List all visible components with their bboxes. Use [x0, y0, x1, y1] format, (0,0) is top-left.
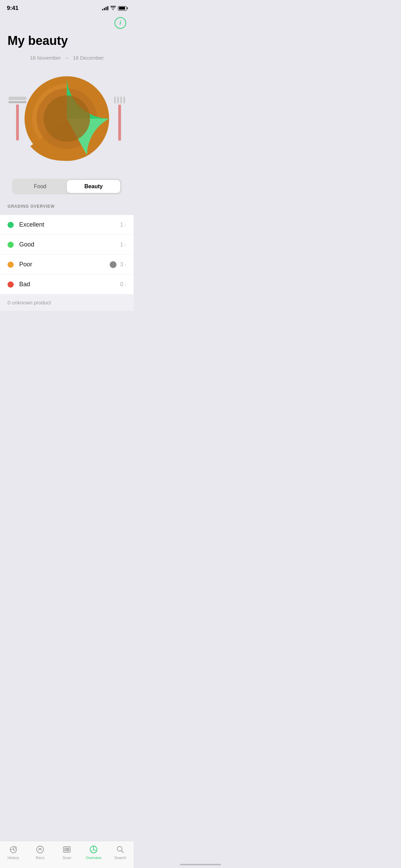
beauty-toggle-button[interactable]: Beauty	[67, 180, 120, 193]
date-start: 18 November	[30, 55, 61, 61]
signal-icon	[102, 6, 108, 10]
info-btn-row: i	[0, 14, 134, 30]
chart-container	[9, 69, 125, 168]
status-bar: 9:41	[0, 0, 134, 14]
chevron-right-icon: ›	[124, 242, 126, 248]
razor-icon	[9, 97, 26, 141]
unknown-product-text: 0 unknown product	[8, 300, 51, 305]
good-label: Good	[19, 241, 120, 248]
grade-item-good[interactable]: Good 1 ›	[0, 235, 134, 255]
chevron-right-icon: ›	[124, 222, 126, 228]
poor-label: Poor	[19, 261, 110, 268]
grade-item-bad[interactable]: Bad 0 ›	[0, 275, 134, 294]
poor-count: 3	[120, 262, 123, 268]
excellent-dot	[8, 222, 14, 228]
chevron-right-icon: ›	[124, 282, 126, 287]
grade-list: Excellent 1 › Good 1 › Poor 3 › Bad 0 ›	[0, 215, 134, 294]
poor-badge	[110, 261, 117, 268]
page-title: My beauty	[0, 30, 134, 55]
bad-label: Bad	[19, 281, 120, 288]
chevron-right-icon: ›	[124, 262, 126, 267]
grade-item-poor[interactable]: Poor 3 ›	[0, 255, 134, 275]
poor-dot	[8, 262, 14, 268]
fork-icon	[114, 97, 125, 141]
battery-icon	[118, 6, 127, 11]
excellent-label: Excellent	[19, 221, 120, 228]
excellent-count: 1	[120, 222, 123, 228]
bad-count: 0	[120, 281, 123, 288]
info-button[interactable]: i	[114, 17, 126, 29]
good-count: 1	[120, 242, 123, 248]
pie-chart	[22, 74, 111, 163]
toggle-wrapper: Food Beauty	[12, 179, 122, 194]
food-toggle-button[interactable]: Food	[13, 180, 67, 193]
date-range: 18 November → 18 December	[0, 55, 134, 61]
status-icons	[102, 6, 127, 11]
bad-dot	[8, 281, 14, 288]
unknown-product-row: 0 unknown product	[0, 294, 134, 311]
status-time: 9:41	[7, 5, 19, 12]
wifi-icon	[110, 6, 116, 11]
grade-item-excellent[interactable]: Excellent 1 ›	[0, 215, 134, 235]
segment-toggle: Food Beauty	[8, 179, 126, 194]
arrow-icon: →	[64, 55, 70, 61]
grading-section: GRADING OVERVIEW	[0, 204, 134, 215]
good-dot	[8, 242, 14, 248]
svg-point-4	[44, 95, 90, 142]
date-end: 18 December	[73, 55, 104, 61]
grading-title: GRADING OVERVIEW	[8, 204, 126, 212]
